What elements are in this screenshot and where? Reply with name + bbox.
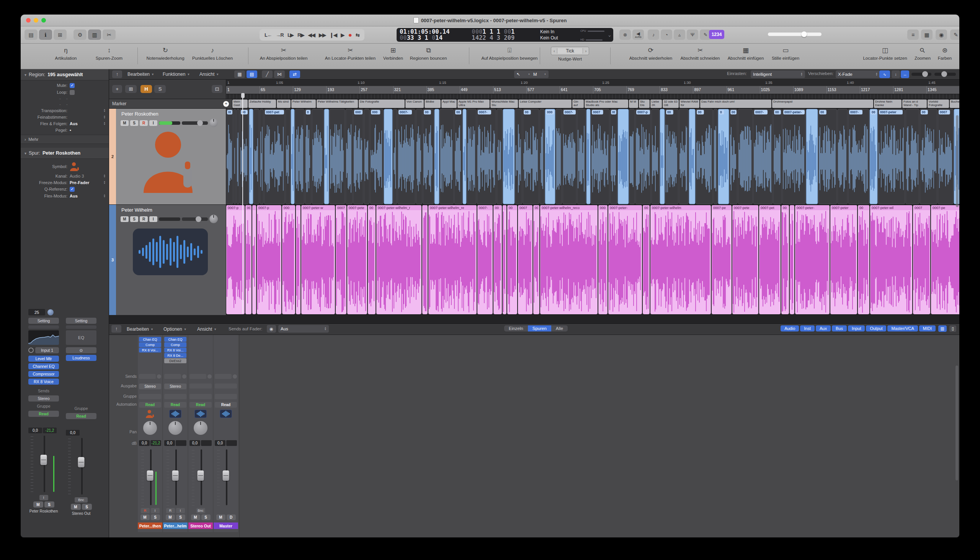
nudge-value-stepper[interactable]: ‹Tick›Nudge-Wert	[551, 47, 589, 61]
plugin-rx-8-de-[interactable]: RX 8 De...	[164, 353, 187, 358]
marker-zeitaufw-hobby[interactable]: Zeitaufw Hobby	[248, 100, 276, 108]
mixer-toggle-button[interactable]: ▥	[88, 30, 101, 40]
mixer-menu-optionen[interactable]: Optionen▼	[163, 326, 187, 333]
toolbar-item-punktuelles-loeschen[interactable]: ♪Punktuelles Löschen	[192, 47, 233, 60]
gain-knob[interactable]	[47, 309, 53, 315]
track-name[interactable]: Peter Roskothen	[122, 111, 158, 117]
sends-slot[interactable]	[190, 374, 212, 379]
toolbar-item-abschnitt-wiederholen[interactable]: ⟳Abschnitt wiederholen	[629, 47, 673, 60]
volume-db-value[interactable]: 0,0	[215, 440, 225, 446]
sends-slot[interactable]	[164, 374, 187, 379]
marker-m-m[interactable]: M M	[629, 100, 638, 108]
mute-button[interactable]: M	[121, 120, 128, 126]
mute-button[interactable]: M	[140, 515, 150, 520]
toolbar-item-artikulation[interactable]: ŋArtikulation	[55, 47, 77, 60]
mixer-scrollbar[interactable]	[955, 365, 958, 480]
input-monitoring-button[interactable]: ♪	[648, 30, 659, 40]
skip-to-left-locator-button[interactable]: L←	[265, 33, 272, 38]
channel-value[interactable]: Audio 3	[70, 174, 103, 178]
collaboration-button[interactable]: ◉	[936, 30, 947, 40]
send-slot[interactable]	[215, 374, 232, 379]
smart-controls-button[interactable]: ⚙	[73, 30, 87, 40]
solo-button[interactable]: S	[130, 120, 138, 126]
group-slot[interactable]	[215, 394, 237, 399]
track2-regions-canvas[interactable]	[226, 109, 959, 204]
track-symbol-person-icon[interactable]	[70, 162, 80, 171]
send-knob[interactable]	[157, 374, 161, 378]
solo-tracks-button[interactable]: S	[154, 85, 166, 93]
primary-tool-selector[interactable]: ↖▼	[514, 70, 532, 78]
freeze-mode-value[interactable]: Pre-Fader	[70, 180, 103, 185]
fader-handle[interactable]	[223, 470, 229, 481]
marker-wunschliste-mac-stu[interactable]: Wunschliste Mac Stu	[490, 100, 518, 108]
nudge-left-arrow[interactable]: ‹	[551, 49, 557, 53]
plugin-level-mtr[interactable]: Level Mtr	[28, 356, 59, 362]
timeline-ruler[interactable]: 11:051:101:151:201:251:301:351:401:45 16…	[226, 80, 959, 99]
varispeed-badge[interactable]: 1234	[709, 30, 724, 39]
marker-stu-dis[interactable]: Stu Dis	[639, 100, 650, 108]
channel-fader[interactable]	[66, 437, 97, 495]
send-slot[interactable]	[190, 374, 206, 379]
automation-mode-button[interactable]: Read	[139, 402, 161, 408]
mixer-scope-alle[interactable]: Alle	[551, 325, 568, 332]
automation-mode-button[interactable]: Read	[190, 402, 212, 408]
pan-knob[interactable]	[143, 421, 157, 435]
gain-value[interactable]: •	[70, 128, 103, 132]
mute-button[interactable]: M	[33, 502, 43, 508]
playhead[interactable]	[242, 93, 243, 313]
marker-das-fahr-mich-doch-um-[interactable]: Das Fahr mich doch um!	[700, 100, 772, 108]
volume-db-value[interactable]: 0,0	[139, 440, 150, 446]
mixer-menu-bearbeiten[interactable]: Bearbeiten▼	[127, 326, 153, 333]
playhead-handle[interactable]	[241, 93, 245, 98]
channel-fader[interactable]	[215, 448, 237, 506]
channel-name-tag[interactable]: Master	[213, 522, 238, 529]
mixer-filter-inst[interactable]: Inst	[800, 325, 815, 332]
flex-mode-value[interactable]: Aus	[70, 194, 103, 198]
master-volume-slider[interactable]	[768, 33, 822, 36]
region-inspector-header[interactable]: ▾ Region: 195 ausgewählt	[21, 69, 109, 80]
inspector-strip-stereo-out[interactable]: SettingEQ⊙LoudnessGruppeRead0,0BncMSSter…	[66, 309, 97, 537]
marker-gin-auf[interactable]: Gin auf	[572, 100, 584, 108]
toolbar-item-abschnitt-schneiden[interactable]: ✂Abschnitt schneiden	[681, 47, 720, 60]
send-knob[interactable]	[182, 374, 187, 378]
plugin-chan-eq[interactable]: Chan EQ	[164, 337, 187, 342]
mixer-strip-master[interactable]: Read0,0MDMaster	[213, 335, 238, 532]
count-in-button[interactable]: ◔	[661, 30, 672, 40]
input-monitor-button[interactable]: I	[151, 508, 160, 513]
grid-view-button[interactable]: ▦	[234, 70, 245, 78]
horizontal-zoom-knob[interactable]	[941, 71, 947, 77]
record-enable-button[interactable]: R	[166, 508, 175, 513]
eq-placeholder[interactable]: EQ	[66, 330, 97, 345]
narrow-view-button[interactable]: ▥	[938, 325, 947, 332]
group-slot[interactable]: Gruppe	[28, 403, 59, 409]
quick-help-button[interactable]: ⊞	[53, 30, 67, 40]
skip-to-right-locator-button[interactable]: →R	[276, 33, 283, 38]
bounce-button[interactable]: Bnc	[75, 497, 88, 503]
automation-mode-button[interactable]: Read	[215, 402, 237, 408]
volume-slider[interactable]	[182, 121, 208, 125]
pan-knob[interactable]	[209, 119, 218, 127]
record-enable-button[interactable]: R	[140, 216, 148, 222]
back-button[interactable]: ↑	[112, 70, 122, 78]
channel-fader[interactable]	[28, 435, 59, 493]
mute-button[interactable]: M	[191, 515, 200, 520]
channel-name-tag[interactable]: Peter...helm	[163, 522, 188, 529]
nudge-right-arrow[interactable]: ›	[583, 49, 589, 53]
dismiss-monitoring-button[interactable]: ⊗	[619, 30, 631, 40]
channel-fader[interactable]	[164, 448, 187, 506]
marker-von-canon[interactable]: Von Canon	[405, 100, 424, 108]
forward-button[interactable]: ▶▶	[319, 33, 326, 38]
toolbar-item-stille-einfuegen[interactable]: ▭Stille einfügen	[772, 47, 799, 60]
mixer-back-button[interactable]: ↑	[112, 325, 122, 333]
record-enable-button[interactable]: R	[140, 120, 148, 126]
plugin-rx-8-voice[interactable]: RX 8 Voice	[28, 378, 59, 385]
track-lane-peter-roskothen[interactable]	[226, 109, 959, 204]
marker-32-ode-63-gb[interactable]: 32 ode 63 GB	[663, 100, 679, 108]
play-from-left-locator-button[interactable]: L▶	[287, 33, 293, 38]
plugin-chan-eq[interactable]: Chan EQ	[139, 337, 161, 342]
mute-button[interactable]: M	[216, 515, 225, 520]
play-from-right-locator-button[interactable]: R▶	[297, 33, 304, 38]
pan-knob[interactable]	[194, 421, 207, 435]
marker-liebe-2k[interactable]: Liebe 2K	[650, 100, 662, 108]
solo-button[interactable]: S	[176, 515, 185, 520]
